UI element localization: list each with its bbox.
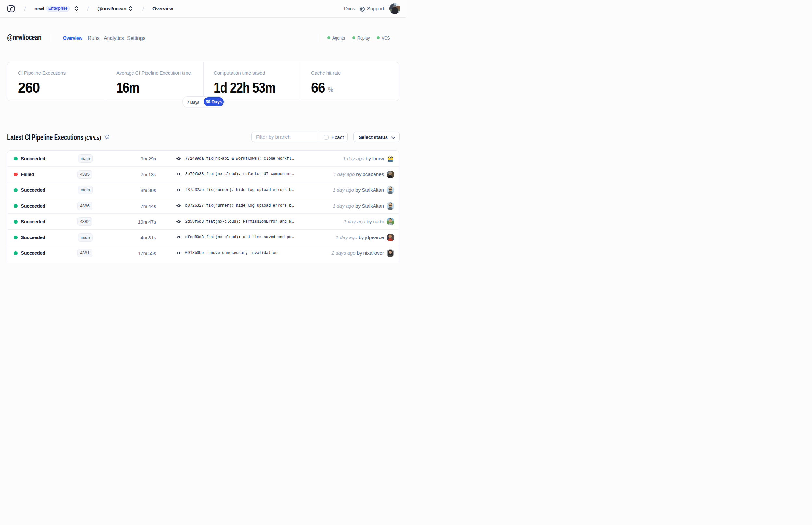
svg-text:?: ?	[107, 135, 108, 138]
